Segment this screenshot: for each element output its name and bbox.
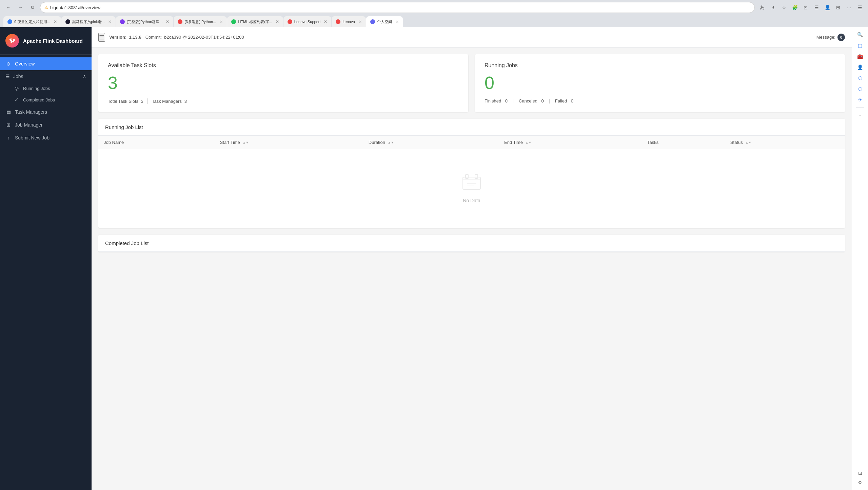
sort-start-time-icon[interactable]: ▲▼ [242,141,249,144]
task-managers-label: Task Managers [15,109,47,115]
url-text: bigdata1:8081/#/overview [50,5,750,10]
svg-rect-2 [475,174,478,178]
task-managers-footer: Task Managers 3 [152,99,187,104]
col-job-name-label: Job Name [104,140,124,145]
sidebar-button[interactable]: ⊞ [833,3,843,12]
tab-5[interactable]: HTML 标签列表(字... ✕ [227,16,283,27]
sidebar-sub-jobs: ◎ Running Jobs ✓ Completed Jobs [0,82,92,106]
svg-rect-1 [466,174,468,178]
sidebar-item-task-managers[interactable]: ▦ Task Managers [0,106,92,118]
canceled-label: Canceled [519,98,537,103]
running-stats: Finished 0 Canceled 0 Failed 0 [485,98,835,103]
sidebar-overview-label: Overview [15,61,35,67]
sort-status-icon[interactable]: ▲▼ [745,141,751,144]
right-icon-3[interactable]: 👤 [855,62,865,72]
collections-button[interactable]: ☰ [812,3,821,12]
sidebar-logo: 🐿 Apache Flink Dashboard [0,27,92,55]
forward-button[interactable]: → [16,3,25,12]
sidebar-item-completed-jobs[interactable]: ✓ Completed Jobs [7,94,92,106]
task-managers-footer-value: 3 [184,99,187,104]
col-status: Status ▲▼ [725,136,845,149]
no-data-container: No Data [104,153,840,224]
sidebar-jobs-label: Jobs [13,74,23,79]
commit-value: b2ca390 @ 2022-02-03T14:54:22+01:00 [164,35,244,40]
hamburger-button[interactable]: ☰ [98,33,105,42]
col-end-time: End Time ▲▼ [499,136,642,149]
app-header: ☰ Version: 1.13.6 Commit: b2ca390 @ 2022… [92,27,852,48]
extensions-button[interactable]: 🧩 [790,3,800,12]
failed-label: Failed [555,98,567,103]
no-data-icon [111,174,833,194]
overview-icon: ⊙ [5,61,12,67]
commit-label: Commit: [145,35,162,40]
sidebar-item-running-jobs[interactable]: ◎ Running Jobs [7,82,92,94]
task-slots-footer: Total Task Slots 3 Task Managers 3 [108,98,459,104]
split-button[interactable]: ⊡ [801,3,810,12]
header-left: ☰ Version: 1.13.6 Commit: b2ca390 @ 2022… [98,33,244,42]
back-button[interactable]: ← [3,3,13,12]
sidebar-item-job-manager[interactable]: ⊞ Job Manager [0,118,92,131]
tabs-bar: 9.变量的定义和使用... ✕ 黑马程序员pink老... ✕ (完整版)Pyt… [0,15,868,27]
tab-3[interactable]: (完整版)Python题库... ✕ [116,16,174,27]
right-settings-button[interactable]: ⚙ [855,478,865,487]
right-icon-6[interactable]: ✈ [855,95,865,105]
submit-new-job-label: Submit New Job [15,135,50,140]
col-status-label: Status [730,140,743,145]
running-job-table-body: No Data [98,149,845,228]
reload-button[interactable]: ↻ [28,3,37,12]
failed-stat: Failed 0 [555,98,573,103]
completed-job-list-header: Completed Job List [98,235,845,252]
col-duration-label: Duration [369,140,385,145]
message-label: Message: [816,35,835,40]
tab-7[interactable]: Lenovo ✕ [332,16,366,27]
sort-duration-icon[interactable]: ▲▼ [388,141,394,144]
tab-2[interactable]: 黑马程序员pink老... ✕ [61,16,115,27]
right-panel-bottom: ⊡ ⚙ [855,468,865,487]
favorites-button[interactable]: ☆ [779,3,789,12]
tab-6[interactable]: Lenovo Support ✕ [283,16,332,27]
right-add-button[interactable]: + [855,110,865,120]
no-data-row: No Data [98,149,845,228]
right-panel: 🔍 ◫ 🧰 👤 ⬡ ⬡ ✈ + ⊡ ⚙ [852,27,868,490]
running-job-table: Job Name Start Time ▲▼ Duration ▲▼ [98,136,845,228]
right-panel-divider [856,107,864,108]
job-manager-label: Job Manager [15,122,43,128]
tab-1[interactable]: 9.变量的定义和使用... ✕ [3,16,61,27]
more-button[interactable]: ··· [844,3,854,12]
version-value: 1.13.6 [129,35,141,40]
right-icon-2[interactable]: 🧰 [855,52,865,61]
footer-divider [147,98,148,104]
right-icon-1[interactable]: ◫ [855,41,865,50]
available-task-slots-card: Available Task Slots 3 Total Task Slots … [98,54,468,112]
app-title: Apache Flink Dashboard [23,38,83,44]
sidebar-item-overview[interactable]: ⊙ Overview [0,57,92,70]
translate-button[interactable]: あ [757,3,767,12]
close-sidebar-button[interactable]: ☰ [855,3,865,12]
running-job-list-header: Running Job List [98,119,845,136]
app-container: 🐿 Apache Flink Dashboard ⊙ Overview ☰ Jo… [0,27,868,490]
completed-job-list-block: Completed Job List [98,235,845,252]
read-button[interactable]: 𝐴 [768,3,778,12]
profile-button[interactable]: 👤 [823,3,832,12]
message-badge: 0 [837,34,845,41]
col-end-time-label: End Time [504,140,523,145]
right-scan-button[interactable]: ⊡ [855,468,865,478]
running-jobs-card: Running Jobs 0 Finished 0 Canceled 0 [475,54,845,112]
finished-stat: Finished 0 [485,98,508,103]
right-icon-5[interactable]: ⬡ [855,84,865,94]
header-message: Message: 0 [816,34,845,41]
header-right: Message: 0 [816,34,845,41]
col-duration: Duration ▲▼ [363,136,499,149]
task-managers-icon: ▦ [5,109,12,115]
stat-divider-1 [513,99,513,103]
address-bar[interactable]: ⚠ bigdata1:8081/#/overview [40,2,755,13]
right-search-button[interactable]: 🔍 [855,30,865,39]
sort-end-time-icon[interactable]: ▲▼ [526,141,532,144]
right-icon-4[interactable]: ⬡ [855,73,865,83]
sidebar-item-submit-new-job[interactable]: ↑ Submit New Job [0,131,92,144]
running-jobs-icon: ◎ [14,85,20,91]
sidebar-jobs-section[interactable]: ☰ Jobs ∧ [0,70,92,82]
tab-4[interactable]: (3条消息) Python... ✕ [174,16,227,27]
tab-8[interactable]: 个人空间 ✕ [366,16,403,27]
version-label: Version: [109,35,126,40]
